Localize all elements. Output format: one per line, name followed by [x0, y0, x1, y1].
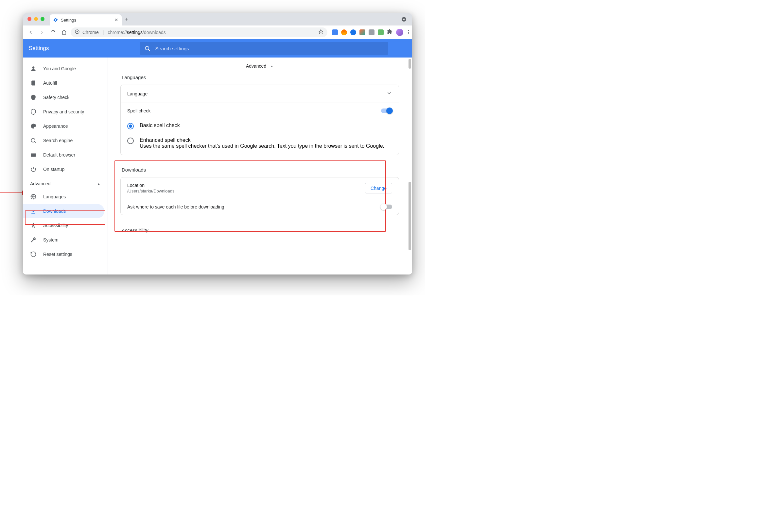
- address-bar[interactable]: Chrome | chrome://settings/downloads: [71, 27, 327, 37]
- site-info-icon[interactable]: [75, 29, 80, 35]
- power-icon: [30, 166, 37, 173]
- new-tab-button[interactable]: +: [125, 16, 128, 23]
- svg-point-3: [32, 66, 35, 69]
- settings-body: You and Google Autofill Safety check Pri…: [23, 58, 412, 274]
- sidebar-item-on-startup[interactable]: On startup: [23, 162, 108, 176]
- bookmark-star-icon[interactable]: [318, 29, 324, 35]
- sidebar-item-system[interactable]: System: [23, 233, 108, 247]
- forward-button[interactable]: [37, 28, 46, 37]
- restore-icon: [30, 251, 37, 258]
- profile-avatar[interactable]: [396, 29, 403, 36]
- browser-window: Settings ✕ + Chrome | chrome://settings/…: [23, 13, 412, 274]
- radio-button[interactable]: [127, 123, 134, 129]
- basic-spellcheck-option[interactable]: Basic spell check: [121, 119, 399, 133]
- svg-point-1: [76, 31, 78, 32]
- download-icon: [30, 208, 37, 214]
- svg-point-2: [145, 46, 149, 50]
- window-controls: [27, 17, 44, 21]
- sidebar-item-label: Privacy and security: [43, 109, 84, 114]
- extension-icon[interactable]: [350, 29, 356, 35]
- ask-before-download-toggle[interactable]: [381, 205, 392, 209]
- incognito-indicator-icon[interactable]: [402, 17, 406, 22]
- tab-title: Settings: [61, 18, 76, 23]
- extension-icon[interactable]: [341, 29, 347, 35]
- scrollbar[interactable]: [408, 58, 411, 274]
- reload-button[interactable]: [48, 28, 58, 37]
- option-label: Basic spell check: [140, 123, 180, 128]
- home-button[interactable]: [59, 28, 69, 37]
- page-title: Settings: [29, 45, 49, 52]
- spellcheck-row: Spell check: [121, 103, 399, 119]
- sidebar-item-privacy[interactable]: Privacy and security: [23, 105, 108, 119]
- section-title-accessibility: Accessibility: [122, 227, 399, 233]
- sidebar-item-label: Safety check: [43, 95, 69, 100]
- spellcheck-toggle[interactable]: [381, 108, 392, 113]
- extension-icon[interactable]: [378, 29, 384, 35]
- search-icon: [144, 45, 150, 52]
- person-icon: [30, 65, 37, 72]
- settings-main: Advanced ▲ Languages Language Spell chec…: [108, 58, 412, 274]
- back-button[interactable]: [26, 28, 35, 37]
- shield-check-icon: [30, 94, 37, 101]
- sidebar-advanced-toggle[interactable]: Advanced ▲: [23, 176, 108, 190]
- sidebar-item-default-browser[interactable]: Default browser: [23, 148, 108, 162]
- extension-icon[interactable]: [332, 29, 338, 35]
- wrench-icon: [30, 237, 37, 243]
- language-row[interactable]: Language: [121, 85, 399, 103]
- browser-tab[interactable]: Settings ✕: [50, 14, 122, 25]
- radio-button[interactable]: [127, 138, 134, 144]
- url-chip: Chrome: [82, 30, 99, 35]
- settings-search-input[interactable]: [155, 46, 384, 51]
- sidebar-item-label: Accessibility: [43, 223, 68, 228]
- minimize-window-button[interactable]: [34, 17, 38, 21]
- downloads-card: Location /Users/starka/Downloads Change …: [120, 177, 399, 215]
- close-window-button[interactable]: [27, 17, 31, 21]
- sidebar-item-label: On startup: [43, 167, 64, 172]
- row-label: Spell check: [127, 108, 151, 113]
- ask-before-download-row: Ask where to save each file before downl…: [121, 199, 399, 215]
- chevron-up-icon: ▲: [270, 64, 274, 68]
- extension-icon[interactable]: [369, 29, 375, 35]
- change-location-button[interactable]: Change: [365, 183, 392, 193]
- window-titlebar: Settings ✕ +: [23, 13, 412, 25]
- sidebar-item-autofill[interactable]: Autofill: [23, 76, 108, 90]
- download-location-row: Location /Users/starka/Downloads Change: [121, 177, 399, 199]
- sidebar-item-label: System: [43, 237, 58, 242]
- shield-icon: [30, 108, 37, 115]
- advanced-section-header[interactable]: Advanced ▲: [120, 63, 399, 69]
- sidebar-item-accessibility[interactable]: Accessibility: [23, 218, 108, 233]
- option-description: Uses the same spell checker that's used …: [140, 143, 384, 149]
- extension-icon[interactable]: [359, 29, 365, 35]
- sidebar-item-reset[interactable]: Reset settings: [23, 247, 108, 261]
- sidebar-item-label: Default browser: [43, 152, 75, 158]
- advanced-header-label: Advanced: [246, 63, 266, 69]
- sidebar-item-downloads[interactable]: Downloads: [23, 204, 104, 218]
- sidebar-advanced-label: Advanced: [30, 181, 50, 186]
- settings-search[interactable]: [140, 42, 388, 55]
- annotation-arrow: [0, 191, 26, 195]
- sidebar-item-search-engine[interactable]: Search engine: [23, 133, 108, 148]
- section-title-downloads: Downloads: [122, 167, 399, 173]
- sidebar-item-appearance[interactable]: Appearance: [23, 119, 108, 133]
- settings-appbar: Settings: [23, 39, 412, 58]
- sidebar-item-label: You and Google: [43, 66, 76, 71]
- section-title-languages: Languages: [122, 75, 399, 80]
- close-tab-button[interactable]: ✕: [114, 17, 118, 23]
- settings-sidebar: You and Google Autofill Safety check Pri…: [23, 58, 108, 274]
- maximize-window-button[interactable]: [41, 17, 44, 21]
- svg-point-8: [33, 223, 34, 224]
- sidebar-item-safety-check[interactable]: Safety check: [23, 90, 108, 105]
- sidebar-item-you-and-google[interactable]: You and Google: [23, 61, 108, 76]
- enhanced-spellcheck-option[interactable]: Enhanced spell check Uses the same spell…: [121, 133, 399, 155]
- row-label: Location: [127, 183, 175, 188]
- languages-card: Language Spell check Basic spell check E…: [120, 85, 399, 155]
- accessibility-icon: [30, 222, 37, 229]
- sidebar-item-languages[interactable]: Languages: [23, 190, 108, 204]
- extensions-puzzle-icon[interactable]: [387, 29, 393, 36]
- chrome-menu-button[interactable]: [408, 30, 409, 34]
- option-label: Enhanced spell check: [140, 137, 384, 143]
- chevron-down-icon: [386, 90, 392, 97]
- clipboard-icon: [30, 80, 37, 86]
- chevron-up-icon: ▲: [97, 182, 100, 186]
- globe-icon: [30, 193, 37, 200]
